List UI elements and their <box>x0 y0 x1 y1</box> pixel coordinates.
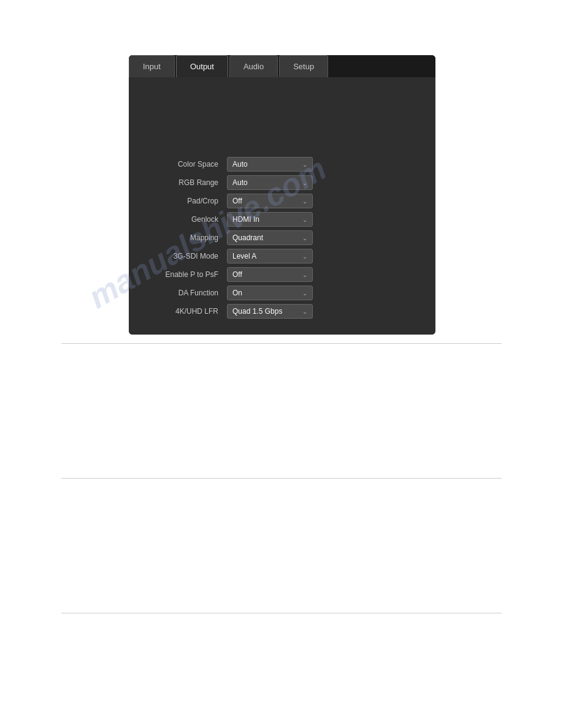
value-rgb-range: Auto <box>232 178 248 187</box>
setting-row-color-space: Color Space Auto ⌄ <box>141 157 423 172</box>
chevron-4k-uhd-lfr-icon: ⌄ <box>302 308 307 315</box>
label-3g-sdi-mode: 3G-SDI Mode <box>141 252 227 260</box>
divider-1 <box>61 343 502 344</box>
setting-row-4k-uhd-lfr: 4K/UHD LFR Quad 1.5 Gbps ⌄ <box>141 304 423 319</box>
divider-2 <box>61 478 502 479</box>
value-pad-crop: Off <box>232 197 242 205</box>
select-color-space[interactable]: Auto ⌄ <box>227 157 313 172</box>
tab-bar: Input Output Audio Setup <box>129 55 435 77</box>
select-mapping[interactable]: Quadrant ⌄ <box>227 230 313 245</box>
select-enable-p-to-psf[interactable]: Off ⌄ <box>227 267 313 282</box>
setting-row-pad-crop: Pad/Crop Off ⌄ <box>141 194 423 208</box>
label-rgb-range: RGB Range <box>141 178 227 187</box>
tab-input[interactable]: Input <box>129 55 175 77</box>
setting-row-da-function: DA Function On ⌄ <box>141 286 423 300</box>
chevron-pad-crop-icon: ⌄ <box>302 198 307 205</box>
value-genlock: HDMI In <box>232 215 259 224</box>
setting-row-genlock: Genlock HDMI In ⌄ <box>141 212 423 227</box>
ui-panel: Input Output Audio Setup Color Space Aut… <box>129 55 435 335</box>
value-mapping: Quadrant <box>232 233 263 242</box>
chevron-enable-p-to-psf-icon: ⌄ <box>302 271 307 278</box>
select-da-function[interactable]: On ⌄ <box>227 286 313 300</box>
chevron-genlock-icon: ⌄ <box>302 216 307 223</box>
divider-3 <box>61 613 502 613</box>
setting-row-3g-sdi-mode: 3G-SDI Mode Level A ⌄ <box>141 249 423 264</box>
select-pad-crop[interactable]: Off ⌄ <box>227 194 313 208</box>
tab-output[interactable]: Output <box>176 55 228 77</box>
setting-row-rgb-range: RGB Range Auto ⌄ <box>141 175 423 190</box>
settings-area: Color Space Auto ⌄ RGB Range Auto ⌄ <box>129 157 435 319</box>
panel-content: Color Space Auto ⌄ RGB Range Auto ⌄ <box>129 77 435 335</box>
page-container: manualshive.com Input Output Audio Setup… <box>0 0 563 728</box>
chevron-color-space-icon: ⌄ <box>302 161 307 168</box>
value-da-function: On <box>232 289 242 297</box>
label-color-space: Color Space <box>141 160 227 169</box>
select-4k-uhd-lfr[interactable]: Quad 1.5 Gbps ⌄ <box>227 304 313 319</box>
chevron-mapping-icon: ⌄ <box>302 235 307 241</box>
setting-row-enable-p-to-psf: Enable P to PsF Off ⌄ <box>141 267 423 282</box>
label-enable-p-to-psf: Enable P to PsF <box>141 270 227 279</box>
label-genlock: Genlock <box>141 215 227 224</box>
label-pad-crop: Pad/Crop <box>141 197 227 205</box>
value-4k-uhd-lfr: Quad 1.5 Gbps <box>232 307 282 316</box>
value-color-space: Auto <box>232 160 248 169</box>
select-rgb-range[interactable]: Auto ⌄ <box>227 175 313 190</box>
value-3g-sdi-mode: Level A <box>232 252 256 260</box>
top-empty-area <box>129 89 435 157</box>
setting-row-mapping: Mapping Quadrant ⌄ <box>141 230 423 245</box>
chevron-rgb-range-icon: ⌄ <box>302 180 307 186</box>
label-mapping: Mapping <box>141 233 227 242</box>
value-enable-p-to-psf: Off <box>232 270 242 279</box>
label-da-function: DA Function <box>141 289 227 297</box>
select-genlock[interactable]: HDMI In ⌄ <box>227 212 313 227</box>
tab-setup[interactable]: Setup <box>279 55 328 77</box>
select-3g-sdi-mode[interactable]: Level A ⌄ <box>227 249 313 264</box>
chevron-3g-sdi-mode-icon: ⌄ <box>302 253 307 260</box>
label-4k-uhd-lfr: 4K/UHD LFR <box>141 307 227 316</box>
tab-audio[interactable]: Audio <box>229 55 278 77</box>
chevron-da-function-icon: ⌄ <box>302 290 307 297</box>
